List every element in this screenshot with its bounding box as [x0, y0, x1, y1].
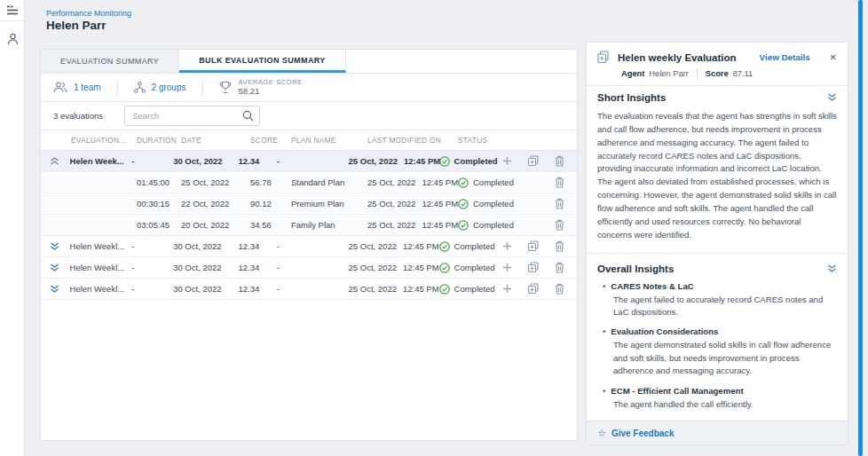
column-header[interactable]: PLAN NAME [291, 136, 367, 145]
status-label: Completed [473, 220, 514, 230]
team-stat[interactable]: 1 team [53, 82, 117, 93]
delete-icon[interactable] [555, 262, 564, 273]
add-icon[interactable] [502, 263, 512, 272]
date-cell: 30 Oct, 2022 [173, 284, 238, 294]
expand-row-icon [50, 242, 59, 251]
delete-icon[interactable] [555, 177, 564, 188]
status-label: Completed [454, 241, 495, 251]
collapse-section-icon[interactable] [827, 264, 837, 273]
column-header[interactable]: SCORE [250, 136, 291, 145]
detail-panel-content: Short Insights The evaluation reveals th… [587, 84, 848, 421]
left-nav-rail [0, 0, 25, 456]
give-feedback-button[interactable]: ☆ Give Feedback [587, 421, 848, 444]
row-actions [525, 198, 577, 209]
row-actions [525, 219, 577, 231]
evaluation-count: 3 evaluations [53, 111, 103, 121]
score-label: Score [706, 69, 729, 78]
groups-icon [134, 82, 146, 93]
table-row[interactable]: Helen Weekl... - 30 Oct, 2022 12.34 - 25… [41, 236, 577, 257]
status-label: Completed [454, 263, 495, 272]
evaluation-title: Helen weekly Evaluation [618, 52, 753, 63]
add-icon[interactable] [502, 241, 512, 251]
user-profile-icon[interactable] [0, 28, 25, 50]
table-row[interactable]: 01:45:00 25 Oct, 2022 56.78 Standard Pla… [41, 172, 577, 193]
expand-row-icon [50, 285, 59, 294]
agent-score-row: Agent Helen Parr Score 87.11 [621, 68, 837, 79]
groups-stat[interactable]: 2 groups [134, 82, 202, 93]
breadcrumb[interactable]: Performance Monitoring [46, 9, 131, 18]
status-cell: Completed [458, 199, 525, 209]
row-expander[interactable] [50, 263, 70, 272]
duplicate-icon[interactable] [527, 262, 540, 273]
score-cell: 34.56 [250, 220, 291, 230]
column-header[interactable]: DURATION [137, 136, 181, 145]
view-details-link[interactable]: View Details [760, 52, 810, 62]
duplicate-icon[interactable] [527, 240, 540, 252]
status-cell: Completed [458, 177, 525, 188]
table-row[interactable]: Helen Week... - 30 Oct, 2022 12.34 - 25 … [41, 151, 577, 172]
row-actions [502, 262, 577, 273]
column-header[interactable]: STATUS [458, 136, 525, 145]
delete-icon[interactable] [555, 240, 564, 252]
close-icon[interactable]: ✕ [830, 52, 837, 62]
status-completed-icon [439, 263, 450, 273]
insight-item-body: The agent demonstrated solid skills in c… [613, 339, 837, 377]
row-actions [502, 155, 577, 167]
search-icon[interactable] [242, 109, 254, 125]
groups-stat-label: 2 groups [152, 83, 186, 92]
duplicate-icon[interactable] [527, 283, 540, 295]
divider [117, 80, 118, 96]
search-input[interactable] [124, 106, 260, 126]
add-icon[interactable] [502, 284, 512, 294]
delete-icon[interactable] [555, 155, 564, 167]
divider [587, 253, 848, 254]
table-body: Helen Week... - 30 Oct, 2022 12.34 - 25 … [41, 151, 577, 300]
table-row[interactable]: Helen Weekl... - 30 Oct, 2022 12.34 - 25… [41, 279, 577, 300]
search-box [124, 106, 260, 126]
evaluation-name-cell: Helen Weekl... [70, 241, 132, 251]
bullet-icon: • [603, 281, 605, 291]
table-row[interactable]: 03:05:45 20 Oct, 2022 34.56 Family Plan … [41, 215, 577, 236]
plan-name-cell: Premium Plan [291, 199, 367, 208]
column-header[interactable]: EVALUATION... [71, 136, 137, 145]
insight-item-body: The agent handled the call efficiently. [613, 398, 837, 411]
add-icon[interactable] [502, 156, 512, 166]
delete-icon[interactable] [555, 283, 564, 295]
tab-bulk-evaluation-summary[interactable]: BULK EVALUATION SUMMARY [179, 50, 346, 73]
last-modified-cell: 25 Oct, 202212:45 PM [367, 199, 458, 208]
detail-panel-header: Helen weekly Evaluation View Details ✕ A… [587, 43, 848, 86]
row-expander[interactable] [50, 242, 70, 251]
duplicate-icon[interactable] [527, 155, 540, 167]
duration-cell: 01:45:00 [137, 177, 181, 187]
duration-cell: - [131, 156, 173, 166]
agent-label: Agent [621, 69, 644, 78]
bullet-icon: • [603, 386, 605, 396]
stats-bar: 1 team 2 groups AVERAGE SCORE 58 [41, 74, 577, 102]
insight-item-title: Evaluation Considerations [611, 326, 718, 336]
column-header[interactable]: DATE [181, 136, 250, 145]
row-expander[interactable] [50, 157, 70, 166]
collapse-section-icon[interactable] [827, 93, 837, 102]
tab-evaluation-summary[interactable]: EVALUATION SUMMARY [41, 50, 179, 73]
insight-item: •ECM - Efficient Call Management The age… [603, 386, 837, 411]
table-row[interactable]: Helen Weekl... - 30 Oct, 2022 12.34 - 25… [41, 257, 577, 279]
delete-icon[interactable] [555, 198, 564, 209]
window-scrollbar[interactable] [858, 0, 863, 456]
team-icon [53, 82, 67, 93]
column-header[interactable]: LAST MODIFIED ON [367, 136, 458, 145]
status-label: Completed [454, 156, 498, 166]
insight-item-body: The agent failed to accurately record CA… [613, 294, 837, 319]
row-actions [525, 177, 577, 188]
bullet-icon: • [603, 326, 605, 336]
table-row[interactable]: 00:30:15 22 Oct, 2022 90.12 Premium Plan… [41, 193, 577, 215]
status-cell: Completed [439, 156, 502, 167]
date-cell: 30 Oct, 2022 [173, 156, 238, 166]
date-cell: 30 Oct, 2022 [173, 263, 238, 272]
plan-name-cell: - [277, 156, 349, 166]
row-expander[interactable] [50, 285, 70, 294]
status-completed-icon [439, 284, 450, 295]
delete-icon[interactable] [555, 219, 564, 231]
duration-cell: - [131, 263, 173, 272]
last-modified-cell: 25 Oct, 202212:45 PM [349, 241, 439, 251]
expand-menu-icon[interactable] [0, 0, 24, 21]
